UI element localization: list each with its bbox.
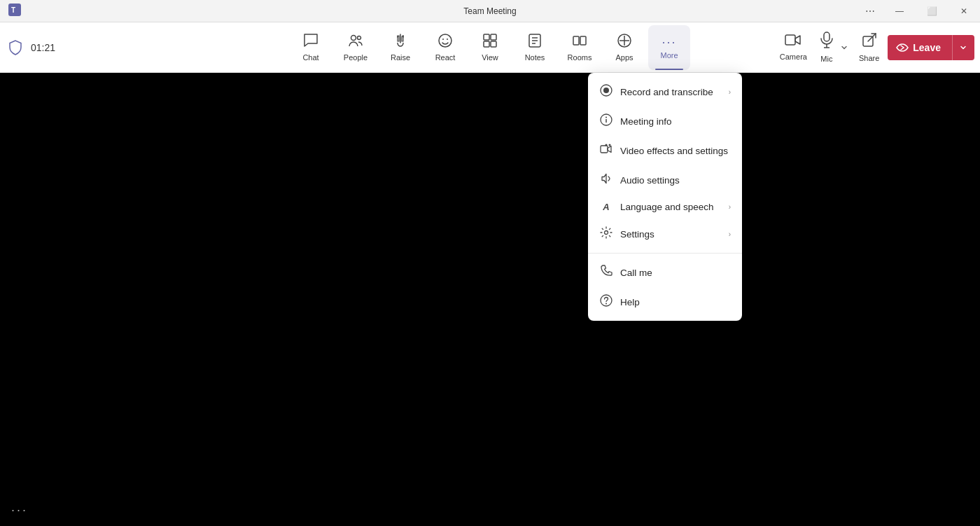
react-icon bbox=[438, 33, 453, 50]
view-label: View bbox=[482, 53, 498, 62]
svg-point-2 bbox=[351, 36, 356, 41]
minimize-button[interactable]: — bbox=[883, 0, 916, 22]
title-bar: T Team Meeting ⋯ — ⬜ ✕ bbox=[0, 0, 980, 22]
maximize-button[interactable]: ⬜ bbox=[916, 0, 948, 22]
camera-button[interactable]: Camera bbox=[774, 25, 813, 70]
view-icon bbox=[482, 33, 498, 50]
menu-item-record[interactable]: Record and transcribe › bbox=[588, 77, 742, 106]
apps-label: Apps bbox=[615, 53, 633, 62]
svg-rect-21 bbox=[824, 32, 830, 41]
svg-point-6 bbox=[447, 39, 448, 40]
share-icon bbox=[862, 32, 877, 51]
apps-icon bbox=[617, 33, 632, 50]
svg-point-33 bbox=[609, 144, 611, 146]
toolbar: 01:21 Chat People bbox=[0, 22, 980, 73]
toolbar-right: Camera Mic bbox=[774, 25, 974, 70]
svg-rect-9 bbox=[484, 41, 489, 47]
settings-label: Settings bbox=[620, 229, 722, 240]
toolbar-left: 01:21 bbox=[6, 38, 55, 57]
menu-item-language[interactable]: A Language and speech › bbox=[588, 195, 742, 219]
leave-caret[interactable] bbox=[952, 35, 974, 60]
call-me-label: Call me bbox=[620, 268, 731, 278]
mic-icon bbox=[820, 32, 834, 52]
svg-rect-7 bbox=[484, 34, 489, 40]
video-area: ··· bbox=[0, 73, 980, 526]
record-chevron: › bbox=[729, 88, 731, 96]
svg-text:T: T bbox=[11, 6, 15, 14]
svg-rect-15 bbox=[573, 36, 579, 45]
help-icon bbox=[599, 294, 613, 310]
record-label: Record and transcribe bbox=[620, 87, 722, 97]
notes-button[interactable]: Notes bbox=[514, 25, 556, 70]
mic-label: Mic bbox=[820, 55, 832, 63]
audio-settings-label: Audio settings bbox=[620, 175, 731, 186]
security-icon bbox=[6, 38, 25, 57]
people-label: People bbox=[344, 53, 368, 62]
video-options-dots[interactable]: ··· bbox=[11, 503, 28, 518]
language-chevron: › bbox=[729, 203, 731, 211]
chat-button[interactable]: Chat bbox=[290, 25, 332, 70]
record-icon bbox=[599, 84, 613, 99]
rooms-icon bbox=[572, 33, 587, 50]
rooms-button[interactable]: Rooms bbox=[559, 25, 601, 70]
rooms-label: Rooms bbox=[568, 53, 592, 62]
menu-item-settings[interactable]: Settings › bbox=[588, 219, 742, 249]
menu-item-meeting-info[interactable]: Meeting info bbox=[588, 106, 742, 136]
menu-item-video-effects[interactable]: Video effects and settings bbox=[588, 136, 742, 165]
raise-button[interactable]: Raise bbox=[379, 25, 421, 70]
menu-divider bbox=[588, 253, 742, 254]
raise-label: Raise bbox=[391, 53, 410, 62]
mic-group: Mic bbox=[816, 25, 850, 70]
people-icon bbox=[348, 33, 363, 50]
chat-icon bbox=[303, 33, 318, 50]
share-button[interactable]: Share bbox=[853, 25, 885, 70]
svg-rect-10 bbox=[491, 41, 496, 47]
app-logo: T bbox=[8, 4, 21, 19]
more-button[interactable]: ··· More bbox=[648, 25, 690, 70]
window-controls: — ⬜ ✕ bbox=[883, 0, 980, 22]
svg-point-27 bbox=[603, 88, 609, 93]
menu-item-call-me[interactable]: Call me bbox=[588, 258, 742, 287]
call-me-icon bbox=[599, 265, 613, 280]
language-icon: A bbox=[599, 202, 613, 212]
window-options-button[interactable]: ⋯ bbox=[857, 0, 883, 22]
language-label: Language and speech bbox=[620, 202, 722, 212]
svg-point-3 bbox=[358, 36, 361, 40]
leave-button[interactable]: Leave bbox=[888, 35, 974, 60]
close-button[interactable]: ✕ bbox=[948, 0, 980, 22]
leave-main: Leave bbox=[888, 35, 952, 60]
react-button[interactable]: React bbox=[424, 25, 466, 70]
svg-point-35 bbox=[601, 295, 612, 306]
more-icon: ··· bbox=[662, 36, 676, 48]
svg-rect-16 bbox=[580, 36, 586, 45]
meeting-info-label: Meeting info bbox=[620, 116, 731, 127]
svg-point-32 bbox=[606, 144, 608, 146]
menu-item-help[interactable]: Help bbox=[588, 287, 742, 317]
mic-caret-button[interactable] bbox=[838, 25, 850, 70]
react-label: React bbox=[435, 53, 456, 62]
svg-point-34 bbox=[605, 231, 608, 235]
raise-icon bbox=[393, 33, 408, 50]
audio-settings-icon bbox=[599, 172, 613, 188]
settings-chevron: › bbox=[729, 230, 731, 238]
video-effects-label: Video effects and settings bbox=[620, 146, 731, 156]
notes-icon bbox=[527, 33, 542, 50]
people-button[interactable]: People bbox=[335, 25, 377, 70]
notes-label: Notes bbox=[525, 53, 545, 62]
menu-item-audio-settings[interactable]: Audio settings bbox=[588, 165, 742, 195]
main-area: ··· bbox=[0, 73, 980, 526]
svg-point-30 bbox=[606, 117, 607, 118]
video-effects-icon bbox=[599, 143, 613, 158]
apps-button[interactable]: Apps bbox=[603, 25, 645, 70]
svg-point-4 bbox=[439, 34, 451, 47]
svg-point-5 bbox=[442, 39, 444, 40]
toolbar-center: Chat People Raise bbox=[290, 25, 690, 70]
svg-rect-8 bbox=[491, 34, 496, 40]
view-button[interactable]: View bbox=[469, 25, 511, 70]
window-title: Team Meeting bbox=[463, 6, 516, 16]
camera-icon bbox=[785, 34, 802, 50]
camera-label: Camera bbox=[780, 53, 807, 61]
meeting-info-icon bbox=[599, 113, 613, 129]
settings-icon bbox=[599, 226, 613, 242]
mic-button[interactable]: Mic bbox=[816, 25, 838, 70]
